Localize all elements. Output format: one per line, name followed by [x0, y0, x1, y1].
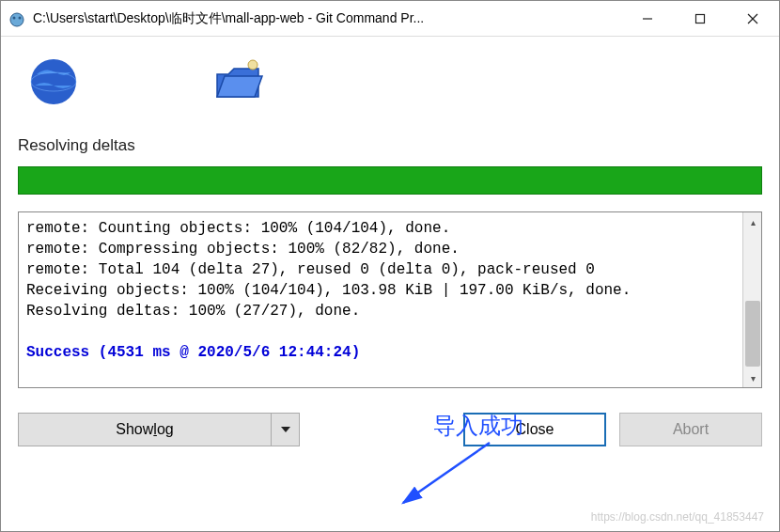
status-label: Resolving deltas	[18, 136, 762, 155]
window-title: C:\Users\start\Desktop\临时文件\mall-app-web…	[33, 10, 621, 27]
show-log-dropdown[interactable]	[272, 413, 300, 446]
abort-button: Abort	[619, 413, 762, 446]
scroll-down-icon[interactable]: ▾	[743, 368, 762, 387]
svg-point-7	[31, 59, 76, 104]
log-output: remote: Counting objects: 100% (104/104)…	[18, 211, 762, 388]
svg-rect-4	[696, 14, 705, 23]
close-button[interactable]: Close	[463, 413, 606, 446]
scroll-up-icon[interactable]: ▴	[743, 212, 762, 231]
log-success-line: Success (4531 ms @ 2020/5/6 12:44:24)	[26, 344, 360, 361]
button-row: Show log Close Abort	[18, 413, 762, 446]
log-line: Resolving deltas: 100% (27/27), done.	[26, 303, 360, 320]
log-line: Receiving objects: 100% (104/104), 103.9…	[26, 282, 631, 299]
globe-icon	[27, 55, 80, 108]
show-log-button[interactable]: Show log	[18, 413, 272, 446]
progress-bar	[18, 166, 762, 195]
svg-point-1	[13, 16, 16, 19]
watermark: https://blog.csdn.net/qq_41853447	[591, 510, 764, 524]
log-line: remote: Compressing objects: 100% (82/82…	[26, 241, 460, 258]
svg-point-0	[10, 13, 23, 26]
titlebar: C:\Users\start\Desktop\临时文件\mall-app-web…	[1, 1, 779, 37]
minimize-button[interactable]	[621, 1, 674, 37]
svg-point-9	[248, 60, 257, 70]
maximize-button[interactable]	[674, 1, 726, 37]
folder-icon	[211, 55, 264, 108]
show-log-split-button: Show log	[18, 413, 300, 446]
dialog-body: Resolving deltas remote: Counting object…	[1, 37, 779, 531]
icon-row	[18, 50, 762, 136]
tortoise-icon	[8, 10, 25, 27]
log-line: remote: Total 104 (delta 27), reused 0 (…	[26, 261, 595, 278]
scroll-thumb[interactable]	[745, 301, 760, 367]
svg-point-2	[19, 16, 22, 19]
log-scrollbar[interactable]: ▴ ▾	[742, 212, 761, 387]
log-text[interactable]: remote: Counting objects: 100% (104/104)…	[19, 212, 742, 387]
svg-line-10	[403, 443, 490, 503]
chevron-down-icon	[281, 427, 290, 432]
git-progress-dialog: C:\Users\start\Desktop\临时文件\mall-app-web…	[0, 0, 780, 532]
log-line: remote: Counting objects: 100% (104/104)…	[26, 220, 450, 237]
close-window-button[interactable]	[726, 1, 779, 37]
